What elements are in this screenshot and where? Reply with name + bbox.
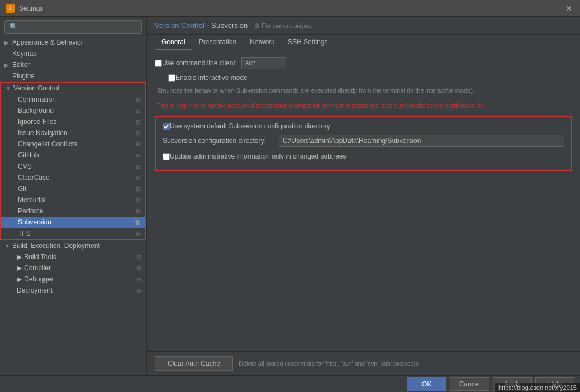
sidebar-item-label: Build Tools (24, 253, 137, 261)
bottom-bar: Clear Auth Cache Delete all stored crede… (147, 351, 580, 375)
sidebar-item-plugins[interactable]: Plugins (0, 70, 146, 82)
settings-icon: ⊞ (136, 141, 141, 148)
settings-content: Use command line client: Enable interact… (147, 50, 580, 351)
sidebar-list: ▶ Appearance & Behavior Keymap ▶ Editor … (0, 37, 146, 375)
settings-icon: ⊞ (136, 152, 141, 159)
sidebar-item-tfs[interactable]: TFS ⊞ (1, 228, 145, 239)
sidebar-item-label: Compiler (24, 264, 137, 272)
sidebar-item-label: CVS (18, 162, 136, 170)
sidebar-item-label: Confirmation (18, 95, 136, 103)
sidebar-item-label: Subversion (18, 218, 135, 226)
search-box[interactable]: 🔍 (4, 20, 142, 34)
title-bar-text: Settings (19, 4, 563, 12)
description-text-1: Emulates the behavior when Subversion co… (155, 86, 572, 95)
watermark: https://blog.csdn.net/xfy2015 (495, 383, 580, 392)
close-button[interactable]: ✕ (563, 3, 574, 14)
sidebar-item-label: Deployment (17, 286, 137, 294)
sidebar-item-build-execution[interactable]: ▼ Build, Execution, Deployment (0, 240, 146, 251)
app-icon: J (6, 4, 15, 13)
sidebar-item-appearance[interactable]: ▶ Appearance & Behavior (0, 37, 146, 48)
sidebar-item-changelist-conflicts[interactable]: Changelist Conflicts ⊞ (1, 138, 145, 150)
sidebar-item-github[interactable]: GitHub ⊞ (1, 150, 145, 161)
content-area: Version Control › Subversion 🖥 For curre… (147, 17, 580, 375)
config-section-highlighted: Use system default Subversion configurat… (155, 116, 572, 171)
version-control-section: ▼ Version Control Confirmation ⊞ Backgro… (0, 82, 146, 240)
sidebar-item-debugger[interactable]: ▶ Debugger ⊞ (0, 274, 146, 285)
arrow-down-icon: ▼ (4, 243, 12, 249)
arrow-icon: ▶ (4, 40, 12, 46)
sidebar-item-label: Ignored Files (18, 118, 136, 126)
sidebar-item-build-tools[interactable]: ▶ Build Tools ⊞ (0, 251, 146, 262)
sidebar-item-keymap[interactable]: Keymap (0, 48, 146, 59)
tab-presentation[interactable]: Presentation (192, 35, 243, 50)
use-system-default-checkbox[interactable] (163, 123, 170, 130)
sidebar-item-label: Build, Execution, Deployment (12, 242, 100, 250)
config-dir-input[interactable] (279, 135, 564, 147)
sidebar: 🔍 ▶ Appearance & Behavior Keymap ▶ Edito… (0, 17, 147, 375)
settings-icon: ⊞ (136, 208, 141, 215)
command-line-client-checkbox[interactable] (155, 60, 162, 67)
sidebar-item-label: Debugger (24, 275, 137, 283)
arrow-icon: ▶ (17, 264, 22, 272)
update-admin-info-label[interactable]: Update administrative information only i… (170, 152, 346, 160)
command-line-client-label[interactable]: Use command line client: (162, 59, 237, 67)
interactive-mode-checkbox[interactable] (168, 74, 175, 82)
settings-icon: ⊞ (136, 96, 141, 103)
sidebar-item-confirmation[interactable]: Confirmation ⊞ (1, 94, 145, 105)
tab-general[interactable]: General (155, 35, 192, 50)
search-input[interactable] (21, 23, 137, 31)
config-dir-row: Subversion configuration directory: (163, 135, 564, 147)
breadcrumb: Version Control › Subversion 🖥 For curre… (147, 17, 580, 35)
breadcrumb-separator: › (207, 21, 209, 30)
title-bar: J Settings ✕ (0, 0, 580, 17)
breadcrumb-current: Subversion (211, 21, 248, 30)
ok-button[interactable]: OK (407, 377, 446, 391)
sidebar-item-label: Background (18, 107, 136, 114)
settings-icon: ⊞ (137, 276, 142, 283)
sidebar-item-label: Perforce (18, 207, 136, 215)
sidebar-item-editor[interactable]: ▶ Editor (0, 59, 146, 70)
sidebar-item-background[interactable]: Background ⊞ (1, 105, 145, 116)
sidebar-item-issue-navigation[interactable]: Issue Navigation ⊞ (1, 127, 145, 138)
sidebar-item-label: Issue Navigation (18, 129, 136, 137)
tab-network[interactable]: Network (243, 35, 281, 50)
update-admin-info-checkbox[interactable] (163, 153, 170, 160)
arrow-down-icon: ▼ (6, 85, 13, 92)
arrow-icon: ▶ (4, 62, 12, 68)
interactive-mode-label[interactable]: Enable interactive mode (175, 74, 248, 82)
sidebar-item-clearcase[interactable]: ClearCase ⊞ (1, 172, 145, 183)
cancel-button[interactable]: Cancel (450, 377, 489, 391)
sidebar-item-label: Appearance & Behavior (12, 39, 83, 46)
sidebar-item-version-control[interactable]: ▼ Version Control (1, 83, 145, 94)
settings-icon: ⊞ (137, 265, 142, 272)
sidebar-item-label: Changelist Conflicts (18, 140, 136, 148)
sidebar-item-compiler[interactable]: ▶ Compiler ⊞ (0, 262, 146, 274)
breadcrumb-parent[interactable]: Version Control (155, 21, 205, 30)
tabs-bar: General Presentation Network SSH Setting… (147, 35, 580, 50)
sidebar-item-subversion[interactable]: Subversion 🗑 (1, 217, 145, 228)
sidebar-item-git[interactable]: Git ⊞ (1, 183, 145, 194)
arrow-icon: ▶ (17, 253, 22, 261)
command-line-client-input[interactable] (241, 57, 286, 69)
sidebar-item-cvs[interactable]: CVS ⊞ (1, 161, 145, 172)
settings-icon: ⊞ (136, 230, 141, 237)
sidebar-item-ignored-files[interactable]: Ignored Files ⊞ (1, 116, 145, 127)
dialog-buttons: OK Cancel Apply Help (0, 375, 580, 392)
settings-icon: ⊞ (136, 163, 141, 170)
main-container: 🔍 ▶ Appearance & Behavior Keymap ▶ Edito… (0, 17, 580, 375)
sidebar-item-perforce[interactable]: Perforce ⊞ (1, 205, 145, 217)
tab-ssh-settings[interactable]: SSH Settings (281, 35, 334, 50)
settings-icon: ⊞ (137, 287, 142, 294)
interactive-mode-row: Enable interactive mode (168, 74, 572, 82)
clear-auth-cache-button[interactable]: Clear Auth Cache (155, 356, 233, 371)
config-dir-label: Subversion configuration directory: (163, 137, 274, 145)
clear-cache-description: Delete all stored credentials for 'http'… (239, 360, 572, 367)
sidebar-item-mercurial[interactable]: Mercurial ⊞ (1, 194, 145, 205)
sidebar-item-label: Plugins (12, 72, 142, 80)
sidebar-item-deployment[interactable]: Deployment ⊞ (0, 285, 146, 296)
sidebar-item-label: Keymap (12, 50, 142, 58)
sidebar-item-label: Git (18, 185, 136, 193)
use-system-default-label[interactable]: Use system default Subversion configurat… (170, 122, 330, 130)
delete-icon: 🗑 (135, 219, 141, 226)
sidebar-item-label: ClearCase (18, 174, 136, 181)
